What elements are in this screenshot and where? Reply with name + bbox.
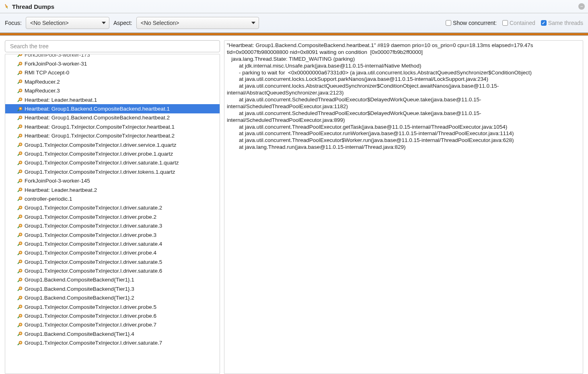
tree-item-label: MapReducer.3 bbox=[25, 88, 60, 94]
tree-item-label: Group1.TxInjector.CompositeTxInjector.I.… bbox=[25, 160, 179, 166]
left-panel: ForkJoinPool-3-worker-173ForkJoinPool-3-… bbox=[5, 40, 220, 374]
thread-icon bbox=[17, 124, 23, 129]
tree-item[interactable]: Group1.Backend.CompositeBackend{Tier1}.4 bbox=[5, 329, 220, 338]
tree-item[interactable]: Group1.TxInjector.CompositeTxInjector.I.… bbox=[5, 239, 220, 248]
thread-icon bbox=[17, 331, 23, 337]
svg-point-40 bbox=[20, 216, 21, 217]
thread-icon bbox=[17, 250, 23, 256]
thread-icon bbox=[17, 214, 23, 220]
tree-scroll[interactable]: ForkJoinPool-3-worker-173ForkJoinPool-3-… bbox=[5, 54, 220, 374]
thread-icon bbox=[17, 61, 23, 67]
tree-item-label: Group1.TxInjector.CompositeTxInjector.I.… bbox=[25, 223, 162, 229]
tree-item-label: Group1.TxInjector.CompositeTxInjector.I.… bbox=[25, 259, 162, 265]
thread-icon bbox=[17, 142, 23, 148]
tree-item[interactable]: ForkJoinPool-3-worker-145 bbox=[5, 176, 220, 185]
svg-point-34 bbox=[20, 189, 21, 190]
svg-point-14 bbox=[20, 99, 21, 100]
thread-icon bbox=[17, 232, 23, 238]
focus-dropdown[interactable]: <No Selection> bbox=[26, 17, 109, 29]
svg-point-60 bbox=[20, 306, 21, 307]
tree-item[interactable]: Group1.TxInjector.CompositeTxInjector.I.… bbox=[5, 302, 220, 311]
tree-item[interactable]: Group1.Backend.CompositeBackend{Tier1}.1 bbox=[5, 275, 220, 284]
tree-item[interactable]: Group1.TxInjector.CompositeTxInjector.I.… bbox=[5, 266, 220, 275]
tree-item[interactable]: Group1.TxInjector.CompositeTxInjector.I.… bbox=[5, 140, 220, 149]
tree-item[interactable]: Group1.TxInjector.CompositeTxInjector.I.… bbox=[5, 167, 220, 176]
focus-value: <No Selection> bbox=[30, 20, 69, 26]
tree-item[interactable]: Group1.TxInjector.CompositeTxInjector.I.… bbox=[5, 221, 220, 230]
svg-point-64 bbox=[20, 324, 21, 325]
tree-item[interactable]: Group1.TxInjector.CompositeTxInjector.I.… bbox=[5, 311, 220, 320]
tree-item[interactable]: controller-periodic.1 bbox=[5, 194, 220, 203]
tree-item-label: RMI TCP Accept-0 bbox=[25, 70, 69, 76]
tree-item-label: Group1.Backend.CompositeBackend{Tier1}.2 bbox=[25, 295, 134, 301]
tree-item[interactable]: Group1.TxInjector.CompositeTxInjector.I.… bbox=[5, 257, 220, 266]
thread-icon bbox=[17, 205, 23, 211]
tree-item[interactable]: Heartbeat: Group1.Backend.CompositeBacke… bbox=[5, 113, 220, 122]
tree-item-label: ForkJoinPool-3-worker-31 bbox=[25, 61, 87, 67]
thread-icon bbox=[17, 151, 23, 156]
tree-item-label: Group1.TxInjector.CompositeTxInjector.I.… bbox=[25, 142, 176, 148]
svg-point-52 bbox=[20, 270, 21, 271]
tree-item-label: Group1.TxInjector.CompositeTxInjector.I.… bbox=[25, 313, 156, 319]
tree-item[interactable]: Heartbeat: Group1.TxInjector.CompositeTx… bbox=[5, 132, 220, 140]
toolbar: Focus: <No Selection> Aspect: <No Select… bbox=[0, 13, 588, 33]
search-box[interactable] bbox=[5, 40, 220, 52]
thread-icon bbox=[17, 286, 23, 292]
svg-point-32 bbox=[20, 180, 21, 181]
thread-icon bbox=[17, 115, 23, 121]
tree-item[interactable]: Group1.TxInjector.CompositeTxInjector.I.… bbox=[5, 230, 220, 239]
page-title: Thread Dumps bbox=[12, 3, 54, 10]
tree-item-label: Heartbeat: Group1.TxInjector.CompositeTx… bbox=[25, 133, 175, 139]
thread-icon bbox=[17, 241, 23, 247]
tree-item[interactable]: Heartbeat: Group1.Backend.CompositeBacke… bbox=[5, 104, 220, 113]
tree-item-label: Group1.Backend.CompositeBackend{Tier1}.1 bbox=[25, 277, 134, 283]
tree-item-label: Group1.TxInjector.CompositeTxInjector.I.… bbox=[25, 205, 162, 211]
title-row: Thread Dumps − bbox=[0, 0, 588, 13]
tree-item[interactable]: MapReducer.2 bbox=[5, 77, 220, 86]
main-area: ForkJoinPool-3-worker-173ForkJoinPool-3-… bbox=[0, 35, 588, 374]
tree-item[interactable]: Group1.TxInjector.CompositeTxInjector.I.… bbox=[5, 149, 220, 158]
svg-point-58 bbox=[20, 297, 21, 298]
tree-item[interactable]: Heartbeat: Leader.heartbeat.1 bbox=[5, 95, 220, 104]
minimize-icon[interactable]: − bbox=[578, 3, 585, 10]
thread-icon bbox=[17, 79, 23, 84]
search-input[interactable] bbox=[9, 43, 216, 50]
thread-icon bbox=[17, 223, 23, 229]
tree-item[interactable]: Group1.TxInjector.CompositeTxInjector.I.… bbox=[5, 339, 220, 347]
tree-item-label: Group1.Backend.CompositeBackend{Tier1}.4 bbox=[25, 331, 134, 337]
tree-item[interactable]: Group1.TxInjector.CompositeTxInjector.I.… bbox=[5, 321, 220, 329]
tree-item-label: MapReducer.2 bbox=[25, 79, 60, 85]
aspect-dropdown[interactable]: <No Selection> bbox=[136, 17, 259, 29]
tree-item[interactable]: Group1.TxInjector.CompositeTxInjector.I.… bbox=[5, 212, 220, 221]
thread-icon bbox=[17, 54, 23, 58]
svg-point-62 bbox=[20, 315, 21, 316]
tree-item[interactable]: RMI TCP Accept-0 bbox=[5, 68, 220, 77]
tree-item-label: Heartbeat: Leader.heartbeat.2 bbox=[25, 187, 97, 193]
contained-checkbox[interactable] bbox=[502, 20, 508, 26]
tree-item[interactable]: MapReducer.3 bbox=[5, 86, 220, 95]
tree-item-label: Group1.TxInjector.CompositeTxInjector.I.… bbox=[25, 169, 175, 175]
tree-item[interactable]: Group1.TxInjector.CompositeTxInjector.I.… bbox=[5, 203, 220, 212]
same-threads-checkbox[interactable] bbox=[541, 20, 547, 26]
thread-icon bbox=[17, 97, 23, 103]
tree-item[interactable]: Group1.Backend.CompositeBackend{Tier1}.3 bbox=[5, 284, 220, 293]
show-concurrent-checkbox[interactable] bbox=[446, 20, 451, 26]
tree-item[interactable]: Heartbeat: Leader.heartbeat.2 bbox=[5, 185, 220, 194]
tree-item[interactable]: Group1.TxInjector.CompositeTxInjector.I.… bbox=[5, 158, 220, 167]
tree-item[interactable]: ForkJoinPool-3-worker-173 bbox=[5, 54, 220, 59]
tree-item-label: Group1.TxInjector.CompositeTxInjector.I.… bbox=[25, 241, 162, 247]
detail-panel: "Heartbeat: Group1.Backend.CompositeBack… bbox=[224, 40, 583, 374]
tree-item-label: Group1.TxInjector.CompositeTxInjector.I.… bbox=[25, 340, 162, 346]
pin-icon bbox=[3, 3, 10, 10]
tree-item[interactable]: Heartbeat: Group1.TxInjector.CompositeTx… bbox=[5, 122, 220, 131]
tree-item-label: Group1.TxInjector.CompositeTxInjector.I.… bbox=[25, 151, 173, 157]
tree-item[interactable]: ForkJoinPool-3-worker-31 bbox=[5, 59, 220, 68]
tree-item-label: Heartbeat: Group1.Backend.CompositeBacke… bbox=[25, 115, 170, 121]
svg-point-36 bbox=[20, 198, 21, 199]
tree-item[interactable]: Group1.TxInjector.CompositeTxInjector.I.… bbox=[5, 249, 220, 257]
tree-item-label: Group1.TxInjector.CompositeTxInjector.I.… bbox=[25, 214, 156, 220]
same-threads-label: Same threads bbox=[548, 20, 583, 26]
tree-item[interactable]: Group1.Backend.CompositeBackend{Tier1}.2 bbox=[5, 294, 220, 302]
svg-point-56 bbox=[20, 288, 21, 289]
thread-icon bbox=[17, 313, 23, 319]
